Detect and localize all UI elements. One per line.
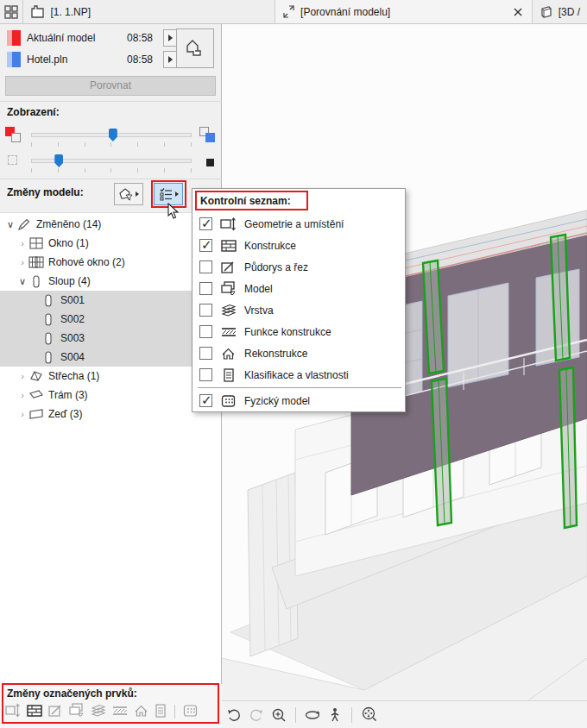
tab-3d[interactable]: [3D / <box>533 0 587 23</box>
filter-elements-button[interactable] <box>114 183 143 205</box>
column-icon <box>40 294 57 307</box>
checkbox[interactable] <box>199 304 212 317</box>
checkbox[interactable] <box>199 239 212 252</box>
hotel-model-color-swatch <box>7 52 21 67</box>
tab-floor-plan[interactable]: [1. 1.NP] <box>23 0 275 23</box>
column-icon <box>40 332 57 345</box>
structural-function-icon[interactable] <box>112 705 128 719</box>
classification-icon <box>220 368 237 382</box>
fit-to-window-icon[interactable] <box>360 706 377 724</box>
classification-icon[interactable] <box>155 704 167 720</box>
checkbox[interactable] <box>199 394 212 407</box>
tree-item-changed[interactable]: ∨ Změněno (14) <box>0 215 221 234</box>
tree-item-s001[interactable]: S001 <box>0 291 221 310</box>
tree-item-s002[interactable]: S002 <box>0 310 221 329</box>
tree-item-corner-window[interactable]: › Rohové okno (2) <box>0 253 221 272</box>
model-time: 08:58 <box>123 53 153 66</box>
caret-down-icon[interactable]: ∨ <box>17 276 28 287</box>
plan-section-icon <box>220 260 237 274</box>
checklist-item-layer[interactable]: Vrstva <box>193 299 405 321</box>
tree-item-column[interactable]: ∨ Sloup (4) <box>0 272 221 291</box>
caret-right-icon[interactable]: › <box>17 238 28 248</box>
floor-plan-icon <box>30 5 45 18</box>
construction-icon[interactable] <box>27 704 42 720</box>
tab-overview-button[interactable] <box>0 0 23 23</box>
tree-label: S004 <box>60 351 85 363</box>
checklist-item-classification[interactable]: Klasifikace a vlastnosti <box>193 364 405 386</box>
display-slider-1[interactable] <box>31 133 192 137</box>
caret-right-icon[interactable]: › <box>17 257 28 267</box>
divider <box>0 101 222 102</box>
tree-item-window[interactable]: › Okno (1) <box>0 234 221 253</box>
slider-thumb[interactable] <box>109 129 117 141</box>
tree-item-beam[interactable]: › Trám (3) <box>0 386 221 405</box>
checklist-label: Vrstva <box>244 304 274 317</box>
tree-item-wall[interactable]: › Zeď (3) <box>0 405 221 424</box>
renovation-icon <box>220 347 237 361</box>
model-icon[interactable] <box>69 703 85 720</box>
tree-label: Střecha (1) <box>48 370 99 382</box>
checkbox[interactable] <box>199 325 212 338</box>
tree-item-roof[interactable]: › Střecha (1) <box>0 367 221 386</box>
model-time: 08:58 <box>123 32 153 44</box>
tree-label: S002 <box>60 313 85 325</box>
model-row-current[interactable]: Aktuální model 08:58 <box>7 28 178 47</box>
checkbox[interactable] <box>199 347 212 360</box>
column-icon <box>40 351 57 364</box>
checklist-label: Konstrukce <box>244 240 296 252</box>
tree-label: S001 <box>60 294 85 306</box>
navigation-toolbar <box>222 700 587 728</box>
swap-models-button[interactable] <box>176 28 214 68</box>
checklist-item-geometry[interactable]: Geometrie a umístění <box>193 213 405 235</box>
layer-icon[interactable] <box>91 704 106 719</box>
house-filter-icon <box>118 187 133 201</box>
changes-tree: ∨ Změněno (14) › Okno (1) › Rohové okno … <box>0 212 221 684</box>
corner-window-icon <box>28 256 45 268</box>
selected-changes-title: Změny označených prvků: <box>7 687 137 700</box>
checkbox[interactable] <box>199 282 212 295</box>
tree-label: Rohové okno (2) <box>48 256 125 268</box>
checklist-label: Půdorys a řez <box>244 261 308 273</box>
zoom-in-icon[interactable] <box>270 706 287 724</box>
close-icon[interactable] <box>511 5 525 19</box>
caret-down-icon[interactable]: ∨ <box>5 219 16 230</box>
checkbox[interactable] <box>199 260 212 273</box>
structural-function-icon <box>220 326 237 338</box>
tree-item-s004[interactable]: S004 <box>0 348 221 367</box>
checklist-item-plan-section[interactable]: Půdorys a řez <box>193 256 405 278</box>
orbit-icon[interactable] <box>304 706 321 724</box>
checklist-item-structural-function[interactable]: Funkce konstrukce <box>193 321 405 342</box>
checklist-item-construction[interactable]: Konstrukce <box>193 235 405 256</box>
redo-view-icon[interactable] <box>248 706 265 724</box>
display-slider-2[interactable] <box>31 159 192 163</box>
model-name: Hotel.pln <box>27 53 123 66</box>
flyout-arrow-icon <box>175 191 179 197</box>
column-icon <box>28 275 45 288</box>
checklist-button[interactable] <box>154 183 183 205</box>
walk-icon[interactable] <box>326 706 344 724</box>
checklist-item-renovation[interactable]: Rekonstrukce <box>193 342 405 364</box>
tab-model-comparison[interactable]: [Porovnání modelu] <box>275 0 533 23</box>
caret-right-icon[interactable]: › <box>17 409 28 419</box>
checkbox[interactable] <box>199 368 212 381</box>
checkbox[interactable] <box>199 217 212 230</box>
selected-changes-section: Změny označených prvků: <box>0 684 222 728</box>
checklist-item-model[interactable]: Model <box>193 278 405 299</box>
cube-3d-icon <box>540 5 553 19</box>
tree-label: Změněno (14) <box>36 218 101 230</box>
physical-model-icon[interactable] <box>183 704 198 720</box>
tree-item-s003[interactable]: S003 <box>0 329 221 348</box>
geometry-icon[interactable] <box>5 703 21 720</box>
undo-view-icon[interactable] <box>225 706 243 724</box>
checklist-item-physical-model[interactable]: Fyzický model <box>193 390 405 411</box>
model-row-hotel[interactable]: Hotel.pln 08:58 <box>7 50 178 69</box>
checklist-label: Funkce konstrukce <box>244 326 331 338</box>
caret-right-icon[interactable]: › <box>17 371 28 381</box>
caret-right-icon[interactable]: › <box>17 390 28 400</box>
plan-section-icon[interactable] <box>48 704 63 720</box>
renovation-icon[interactable] <box>134 704 148 720</box>
slider-thumb[interactable] <box>54 154 63 167</box>
column-icon <box>40 313 57 326</box>
compare-button[interactable]: Porovnat <box>5 76 216 96</box>
red-overlap-icon <box>5 127 22 144</box>
